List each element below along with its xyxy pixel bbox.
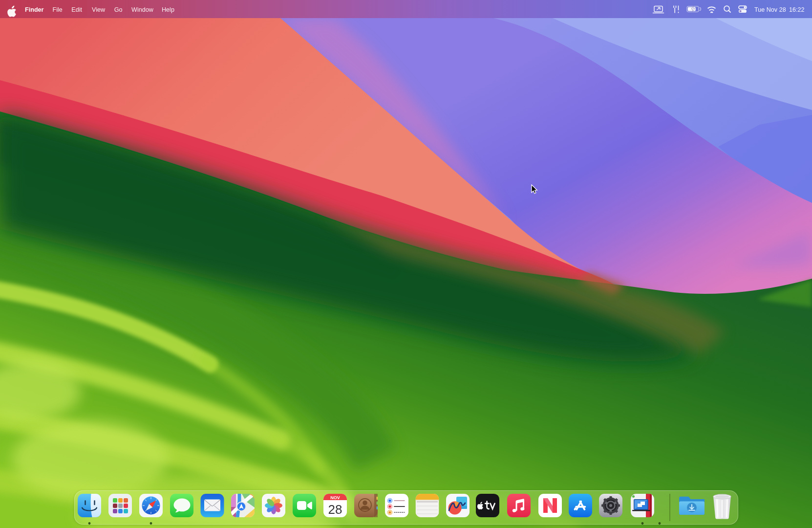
svg-text:Finder: Finder [25, 6, 44, 13]
svg-text:File: File [53, 6, 63, 13]
svg-text:NOV: NOV [330, 495, 340, 500]
svg-text:28: 28 [328, 502, 342, 517]
svg-text:Window: Window [131, 6, 154, 13]
svg-text:View: View [92, 6, 106, 13]
svg-text:Go: Go [114, 6, 123, 13]
svg-text:Tue Nov 28: Tue Nov 28 [754, 6, 786, 13]
svg-text:Edit: Edit [71, 6, 82, 13]
svg-text:Help: Help [162, 6, 174, 13]
svg-text:16:22: 16:22 [789, 6, 805, 13]
